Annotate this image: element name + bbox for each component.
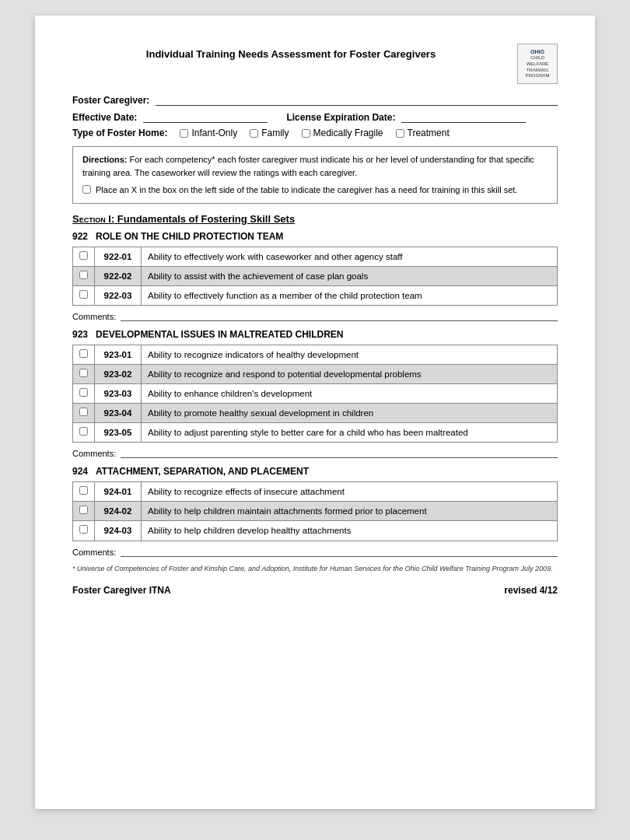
directions-text: Directions: For each competency* each fo… [82, 153, 548, 179]
comments-922-line [121, 310, 558, 321]
foster-caregiver-line: Foster Caregiver: [72, 93, 558, 106]
checkbox-infant-only[interactable] [180, 129, 188, 138]
comments-923-line [121, 447, 558, 458]
checkbox-treatment[interactable] [396, 129, 404, 138]
row-checkbox[interactable] [79, 486, 88, 495]
row-description: Ability to adjust parenting style to bet… [142, 423, 558, 443]
row-checkbox-cell[interactable] [73, 502, 95, 521]
row-checkbox-cell[interactable] [73, 285, 95, 305]
label-medically-fragile: Medically Fragile [313, 128, 383, 138]
row-checkbox-cell[interactable] [73, 404, 95, 423]
checkbox-family[interactable] [250, 129, 258, 138]
dates-line: Effective Date: License Expiration Date: [72, 110, 558, 123]
row-checkbox-cell[interactable] [73, 423, 95, 443]
label-infant-only: Infant-Only [191, 128, 237, 138]
table-row: 923-03Ability to enhance children's deve… [73, 383, 558, 403]
row-description: Ability to help children maintain attach… [142, 502, 558, 521]
row-description: Ability to recognize effects of insecure… [142, 482, 558, 502]
header-row: Individual Training Needs Assessment for… [72, 44, 558, 84]
subsection923-title: DEVELOPMENTAL ISSUES IN MALTREATED CHILD… [96, 329, 343, 340]
subsection924-title: ATTACHMENT, SEPARATION, AND PLACEMENT [96, 466, 309, 477]
row-code: 924-01 [95, 482, 142, 502]
row-code: 923-04 [95, 404, 142, 423]
row-checkbox[interactable] [79, 408, 88, 416]
foster-caregiver-input[interactable] [156, 93, 558, 106]
row-checkbox-cell[interactable] [73, 482, 95, 502]
row-checkbox-cell[interactable] [73, 383, 95, 403]
comments-923: Comments: [72, 447, 558, 458]
comments-924-line [121, 546, 558, 557]
row-checkbox[interactable] [79, 525, 88, 534]
option-infant-only[interactable]: Infant-Only [180, 128, 237, 138]
row-checkbox[interactable] [79, 251, 88, 260]
comments-923-label: Comments: [72, 449, 116, 458]
row-description: Ability to recognize and respond to pote… [142, 364, 558, 383]
row-description: Ability to enhance children's developmen… [142, 383, 558, 403]
document-title: Individual Training Needs Assessment for… [72, 48, 509, 60]
label-family: Family [261, 128, 289, 138]
option-family[interactable]: Family [250, 128, 289, 138]
row-checkbox-cell[interactable] [73, 266, 95, 285]
foster-caregiver-label: Foster Caregiver: [72, 95, 149, 106]
table-922: 922-01Ability to effectively work with c… [72, 247, 558, 306]
logo-line2: CHILD [530, 55, 544, 61]
checkbox-medically-fragile[interactable] [302, 129, 310, 138]
subsection923-title-row: 923 DEVELOPMENTAL ISSUES IN MALTREATED C… [72, 329, 558, 340]
table-row: 922-03Ability to effectively function as… [73, 285, 558, 305]
table-row: 922-01Ability to effectively work with c… [73, 247, 558, 266]
row-description: Ability to promote healthy sexual develo… [142, 404, 558, 423]
directions-box: Directions: For each competency* each fo… [72, 146, 558, 204]
row-checkbox[interactable] [79, 506, 88, 514]
logo-line5: PROGRAM [525, 73, 549, 79]
comments-922: Comments: [72, 310, 558, 321]
foster-home-row: Type of Foster Home: Infant-Only Family … [72, 128, 558, 138]
option-treatment[interactable]: Treatment [396, 128, 450, 138]
row-code: 922-02 [95, 266, 142, 285]
subsection924-title-row: 924 ATTACHMENT, SEPARATION, AND PLACEMEN… [72, 466, 558, 477]
effective-date-label: Effective Date: [72, 112, 137, 123]
row-checkbox-cell[interactable] [73, 345, 95, 364]
directions-checkbox-label: Place an X in the box on the left side o… [96, 184, 517, 197]
directions-body: For each competency* each foster caregiv… [82, 155, 534, 177]
directions-checkbox[interactable] [82, 185, 91, 194]
row-code: 923-05 [95, 423, 142, 443]
logo-box: OHIO CHILD WELFARE TRAINING PROGRAM [517, 44, 558, 84]
section1-title: Fundamentals of Fostering Skill Sets [117, 213, 295, 225]
subsection922-title-row: 922 ROLE ON THE CHILD PROTECTION TEAM [72, 231, 558, 242]
row-checkbox[interactable] [79, 388, 88, 397]
page-footer-left: Foster Caregiver ITNA [72, 585, 171, 596]
table-row: 923-01Ability to recognize indicators of… [73, 345, 558, 364]
comments-924: Comments: [72, 546, 558, 557]
row-code: 923-02 [95, 364, 142, 383]
row-checkbox[interactable] [79, 349, 88, 358]
row-code: 924-03 [95, 521, 142, 541]
row-description: Ability to effectively work with casewor… [142, 247, 558, 266]
label-treatment: Treatment [408, 128, 450, 138]
section1-label: Section I: [72, 213, 114, 225]
row-checkbox[interactable] [79, 290, 88, 299]
row-checkbox-cell[interactable] [73, 521, 95, 541]
row-checkbox[interactable] [79, 427, 88, 436]
row-checkbox[interactable] [79, 369, 88, 377]
directions-bold: Directions: [82, 155, 127, 164]
comments-922-label: Comments: [72, 312, 116, 321]
section1-header: Section I: Fundamentals of Fostering Ski… [72, 213, 558, 225]
subsection924-num: 924 [72, 466, 88, 477]
subsection923-num: 923 [72, 329, 88, 340]
table-row: 923-05Ability to adjust parenting style … [73, 423, 558, 443]
row-checkbox[interactable] [79, 271, 88, 279]
license-expiration-input[interactable] [401, 110, 526, 123]
comments-924-label: Comments: [72, 548, 116, 557]
row-code: 922-01 [95, 247, 142, 266]
table-row: 924-01Ability to recognize effects of in… [73, 482, 558, 502]
row-description: Ability to help children develop healthy… [142, 521, 558, 541]
subsection922-title: ROLE ON THE CHILD PROTECTION TEAM [96, 231, 283, 242]
row-checkbox-cell[interactable] [73, 364, 95, 383]
effective-date-input[interactable] [143, 110, 268, 123]
row-checkbox-cell[interactable] [73, 247, 95, 266]
table-923: 923-01Ability to recognize indicators of… [72, 345, 558, 443]
page-footer: Foster Caregiver ITNA revised 4/12 [72, 585, 558, 596]
row-code: 924-02 [95, 502, 142, 521]
table-row: 922-02Ability to assist with the achieve… [73, 266, 558, 285]
option-medically-fragile[interactable]: Medically Fragile [302, 128, 383, 138]
